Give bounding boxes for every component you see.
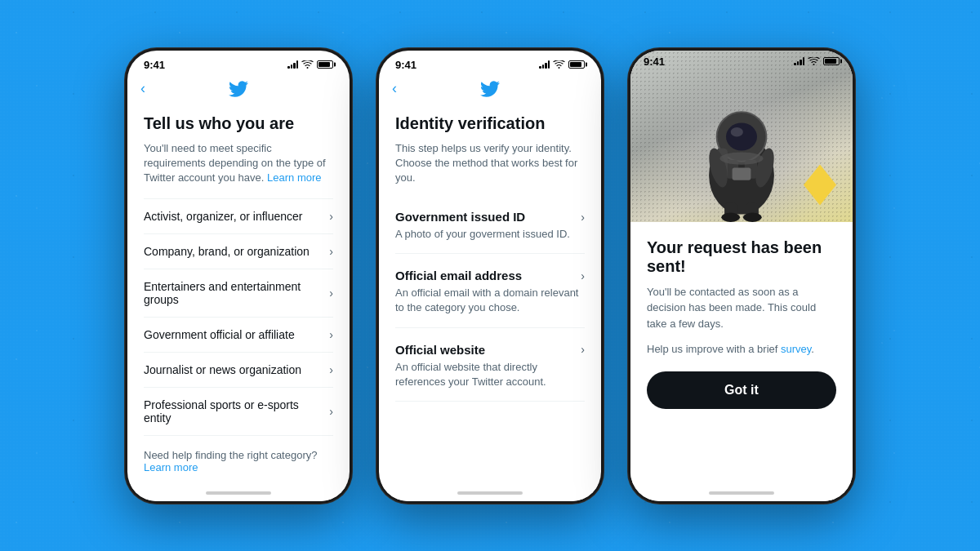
help-learn-more-link[interactable]: Learn more: [144, 461, 198, 473]
status-icons-1: [287, 60, 333, 69]
category-item-entertainers[interactable]: Entertainers and entertainment groups ›: [144, 269, 333, 317]
chevron-icon: ›: [329, 363, 333, 376]
hero-image: [630, 51, 853, 222]
category-item-activist[interactable]: Activist, organizer, or influencer ›: [144, 198, 333, 233]
home-bar-1: [206, 491, 271, 495]
home-indicator-1: [127, 485, 350, 501]
verification-option-email-header: Official email address ›: [395, 257, 585, 286]
battery-icon-3: [823, 57, 840, 65]
request-content: Your request has been sent! You'll be co…: [630, 222, 853, 485]
back-button-2[interactable]: ‹: [392, 80, 397, 97]
battery-icon-1: [317, 60, 333, 69]
page-title-1: Tell us who you are: [144, 113, 333, 133]
category-item-journalist[interactable]: Journalist or news organization ›: [144, 352, 333, 387]
chevron-icon: ›: [329, 328, 333, 341]
help-text-1: Need help finding the right category? Le…: [144, 449, 333, 473]
chevron-icon-website: ›: [581, 343, 585, 356]
category-item-government[interactable]: Government official or affiliate ›: [144, 317, 333, 352]
signal-icon-2: [539, 60, 550, 69]
phone-2-screen: 9:41 ‹: [379, 51, 601, 501]
home-indicator-2: [379, 485, 601, 501]
nav-bar-2: ‹: [379, 74, 601, 104]
svg-point-16: [721, 212, 740, 221]
page-title-2: Identity verification: [395, 113, 585, 133]
request-description: You'll be contacted as soon as a decisio…: [647, 284, 836, 332]
got-it-button[interactable]: Got it: [647, 371, 836, 409]
home-bar-2: [457, 491, 523, 495]
verification-option-website[interactable]: Official website › An official website t…: [395, 331, 585, 402]
wifi-icon-1: [301, 60, 314, 69]
status-time-2: 9:41: [395, 59, 416, 71]
svg-rect-13: [733, 167, 751, 180]
home-bar-3: [709, 491, 774, 495]
twitter-logo-1: [229, 81, 248, 97]
category-item-company[interactable]: Company, brand, or organization ›: [144, 233, 333, 269]
wifi-icon-2: [553, 60, 565, 69]
verification-option-id[interactable]: Government issued ID › A photo of your g…: [395, 198, 585, 254]
phone-3: 9:41: [627, 47, 856, 504]
phone-1: 9:41 ‹: [124, 47, 353, 504]
status-bar-2: 9:41: [379, 51, 601, 74]
phone-3-screen: 9:41: [630, 51, 853, 501]
status-icons-3: [794, 57, 840, 66]
nav-bar-1: ‹: [127, 74, 350, 104]
survey-text: Help us improve with a brief survey.: [647, 343, 836, 355]
svg-point-1: [559, 67, 560, 69]
home-indicator-3: [630, 485, 853, 501]
status-time-1: 9:41: [144, 59, 165, 71]
verification-option-website-header: Official website ›: [395, 331, 585, 360]
category-item-sports[interactable]: Professional sports or e-sports entity ›: [144, 387, 333, 436]
status-time-3: 9:41: [644, 56, 665, 68]
status-icons-2: [539, 60, 585, 69]
chevron-icon: ›: [329, 245, 333, 258]
page-subtitle-2: This step helps us verify your identity.…: [395, 141, 585, 186]
screen-content-1: Tell us who you are You'll need to meet …: [127, 104, 350, 485]
screen-content-2: Identity verification This step helps us…: [379, 104, 601, 485]
battery-icon-2: [568, 60, 585, 69]
chevron-icon-email: ›: [581, 269, 585, 282]
chevron-icon-id: ›: [581, 211, 585, 224]
twitter-logo-2: [480, 81, 500, 97]
status-bar-1: 9:41: [127, 51, 350, 74]
survey-link[interactable]: survey: [781, 343, 811, 355]
wifi-icon-3: [808, 57, 820, 66]
chevron-icon: ›: [329, 287, 333, 300]
verification-option-email[interactable]: Official email address › An official ema…: [395, 257, 585, 327]
category-list: Activist, organizer, or influencer › Com…: [144, 198, 333, 436]
back-button-1[interactable]: ‹: [140, 80, 145, 97]
phone-2: 9:41 ‹: [376, 47, 604, 504]
chevron-icon: ›: [329, 405, 333, 418]
status-bar-3: 9:41: [630, 51, 853, 71]
page-subtitle-1: You'll need to meet specific requirement…: [144, 141, 333, 186]
svg-point-12: [719, 152, 763, 164]
signal-icon-1: [287, 60, 298, 69]
astronaut-illustration: [676, 67, 807, 222]
chevron-icon: ›: [329, 210, 333, 223]
svg-point-17: [743, 212, 762, 221]
request-title: Your request has been sent!: [647, 238, 836, 276]
svg-point-5: [726, 122, 757, 150]
phone-1-screen: 9:41 ‹: [127, 51, 350, 501]
verification-option-id-header: Government issued ID ›: [395, 198, 585, 227]
svg-point-2: [813, 64, 815, 65]
svg-point-0: [307, 67, 309, 69]
signal-icon-3: [794, 57, 804, 65]
svg-point-6: [731, 127, 743, 136]
learn-more-link-1[interactable]: Learn more: [267, 171, 321, 184]
